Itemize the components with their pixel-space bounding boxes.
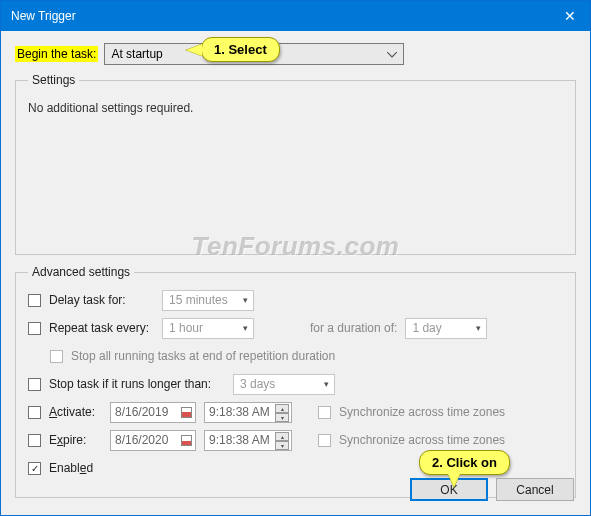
begin-task-row: Begin the task: At startup [15, 43, 576, 65]
annotation-1: 1. Select [201, 37, 280, 62]
settings-body: No additional settings required. [28, 97, 563, 242]
expire-sync-checkbox [318, 434, 331, 447]
repeat-label: Repeat task every: [49, 321, 154, 335]
settings-group: Settings No additional settings required… [15, 73, 576, 255]
delay-label: Delay task for: [49, 293, 154, 307]
advanced-legend: Advanced settings [28, 265, 134, 279]
expire-row: Expire: 8/16/2020 9:18:38 AM ▴▾ Synchron… [28, 429, 563, 451]
chevron-down-icon: ▾ [243, 295, 248, 305]
chevron-down-icon [387, 47, 397, 61]
stop-longer-label: Stop task if it runs longer than: [49, 377, 225, 391]
cancel-button[interactable]: Cancel [496, 478, 574, 501]
repeat-row: Repeat task every: 1 hour ▾ for a durati… [28, 317, 563, 339]
window-title: New Trigger [11, 9, 550, 23]
stop-longer-combo[interactable]: 3 days ▾ [233, 374, 335, 395]
activate-label: Activate: [49, 405, 102, 419]
expire-sync-label: Synchronize across time zones [339, 433, 505, 447]
chevron-down-icon: ▾ [243, 323, 248, 333]
duration-label: for a duration of: [310, 321, 397, 335]
content-area: Begin the task: At startup Settings No a… [1, 31, 590, 516]
begin-task-label: Begin the task: [15, 46, 98, 62]
calendar-icon [181, 435, 192, 446]
activate-checkbox[interactable] [28, 406, 41, 419]
repeat-combo[interactable]: 1 hour ▾ [162, 318, 254, 339]
activate-row: Activate: 8/16/2019 9:18:38 AM ▴▾ Synchr… [28, 401, 563, 423]
repeat-checkbox[interactable] [28, 322, 41, 335]
delay-checkbox[interactable] [28, 294, 41, 307]
activate-sync-label: Synchronize across time zones [339, 405, 505, 419]
spinner-icon[interactable]: ▴▾ [275, 432, 289, 449]
activate-date[interactable]: 8/16/2019 [110, 402, 196, 423]
duration-combo[interactable]: 1 day ▾ [405, 318, 487, 339]
expire-date[interactable]: 8/16/2020 [110, 430, 196, 451]
dialog-window: New Trigger ✕ Begin the task: At startup… [0, 0, 591, 516]
calendar-icon [181, 407, 192, 418]
annotation-2: 2. Click on [419, 450, 510, 475]
spinner-icon[interactable]: ▴▾ [275, 404, 289, 421]
delay-combo[interactable]: 15 minutes ▾ [162, 290, 254, 311]
stop-running-label: Stop all running tasks at end of repetit… [71, 349, 335, 363]
begin-task-value: At startup [111, 47, 162, 61]
titlebar: New Trigger ✕ [1, 1, 590, 31]
close-button[interactable]: ✕ [550, 1, 590, 31]
activate-time[interactable]: 9:18:38 AM ▴▾ [204, 402, 292, 423]
chevron-down-icon: ▾ [324, 379, 329, 389]
expire-checkbox[interactable] [28, 434, 41, 447]
activate-sync-checkbox [318, 406, 331, 419]
stop-running-checkbox [50, 350, 63, 363]
expire-label: Expire: [49, 433, 102, 447]
stop-longer-row: Stop task if it runs longer than: 3 days… [28, 373, 563, 395]
enabled-label: Enabled [49, 461, 93, 475]
enabled-checkbox[interactable]: ✓ [28, 462, 41, 475]
chevron-down-icon: ▾ [476, 323, 481, 333]
stop-longer-checkbox[interactable] [28, 378, 41, 391]
settings-legend: Settings [28, 73, 79, 87]
delay-row: Delay task for: 15 minutes ▾ [28, 289, 563, 311]
footer-buttons: OK Cancel [410, 478, 574, 501]
stop-running-row: Stop all running tasks at end of repetit… [50, 345, 563, 367]
expire-time[interactable]: 9:18:38 AM ▴▾ [204, 430, 292, 451]
